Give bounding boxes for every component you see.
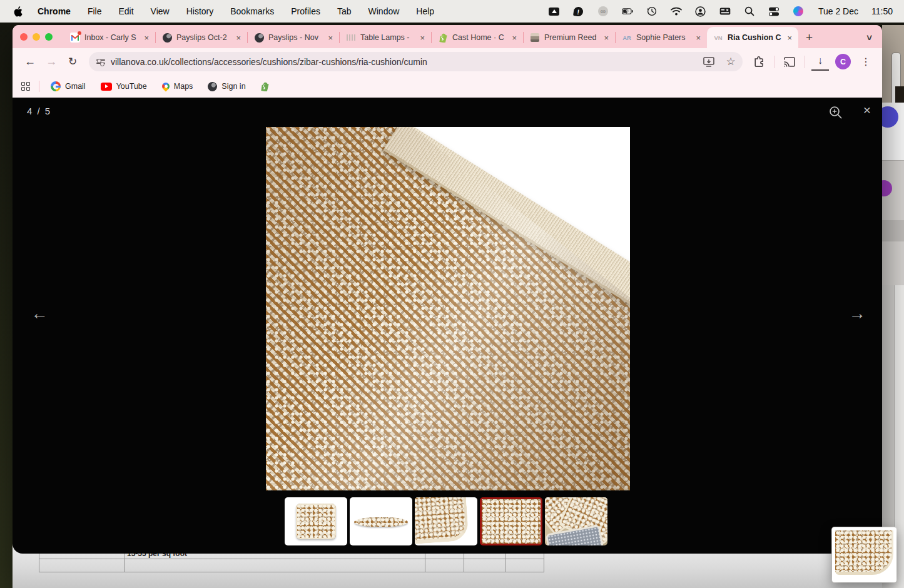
menu-profiles[interactable]: Profiles — [291, 6, 320, 16]
bookmark-maps[interactable]: Maps — [162, 82, 193, 91]
downloads-icon[interactable]: ↓ — [811, 53, 829, 71]
install-app-icon[interactable] — [701, 54, 717, 70]
tab-premium-reed[interactable]: Premium Reed × — [524, 27, 615, 48]
tab-close-icon[interactable]: × — [786, 34, 793, 42]
gmail-favicon-icon — [70, 33, 80, 43]
tab-sophie-paterson[interactable]: AR Sophie Paters × — [616, 27, 707, 48]
tab-close-icon[interactable]: × — [327, 34, 334, 42]
back-button[interactable]: ← — [21, 55, 39, 68]
address-bar[interactable]: villanova.co.uk/collections/accessories/… — [89, 52, 743, 71]
menu-app-name[interactable]: Chrome — [38, 6, 71, 16]
time-machine-icon[interactable] — [646, 6, 658, 17]
tab-title: Premium Reed — [544, 33, 598, 42]
menu-date[interactable]: Tue 2 Dec — [818, 6, 858, 16]
cast-icon[interactable] — [781, 53, 798, 71]
shopify-bag-icon — [261, 82, 269, 91]
menu-history[interactable]: History — [186, 6, 214, 16]
spotlight-icon[interactable] — [744, 6, 755, 17]
tab-table-lamps[interactable]: Table Lamps - × — [340, 27, 431, 48]
image-counter: 4 / 5 — [27, 106, 51, 116]
window-zoom-button[interactable] — [45, 33, 53, 41]
google-g-icon — [51, 81, 61, 91]
bookmark-shopify[interactable] — [261, 82, 269, 91]
wifi-icon[interactable] — [671, 6, 682, 17]
desktop: { "menu_bar": { "app_name": "Chrome", "i… — [0, 0, 904, 588]
main-product-image[interactable] — [266, 127, 630, 490]
window-minimize-button[interactable] — [33, 33, 40, 41]
bookmark-gmail[interactable]: Gmail — [51, 81, 86, 91]
menu-file[interactable]: File — [88, 6, 102, 16]
keyboard-icon[interactable] — [719, 6, 731, 17]
tab-title: Cast Home · C — [452, 33, 506, 42]
alert-icon[interactable]: ! — [573, 6, 584, 17]
menu-view[interactable]: View — [151, 6, 170, 16]
url-text[interactable]: villanova.co.uk/collections/accessories/… — [111, 57, 695, 67]
toolbar: ← → ↻ villanova.co.uk/collections/access… — [13, 48, 882, 75]
tab-close-icon[interactable]: × — [694, 34, 702, 42]
menu-help[interactable]: Help — [416, 6, 434, 16]
close-lightbox-icon[interactable]: × — [859, 103, 875, 118]
apple-menu-icon[interactable] — [14, 6, 23, 17]
tab-close-icon[interactable]: × — [235, 34, 242, 42]
profile-avatar[interactable]: C — [835, 54, 851, 69]
tab-close-icon[interactable]: × — [143, 34, 150, 42]
menu-tab[interactable]: Tab — [337, 6, 352, 16]
thumbnail-cushion-front[interactable] — [285, 497, 347, 545]
thumbnail-cushion-side[interactable] — [350, 497, 412, 545]
tab-title: Table Lamps - — [360, 33, 414, 42]
background-card-seam — [882, 220, 904, 241]
background-photo-fragment — [895, 86, 904, 104]
tab-ria-cushion-active[interactable]: VN Ria Cushion C × — [707, 27, 798, 48]
tab-payslips-oct[interactable]: Payslips Oct-2 × — [156, 27, 247, 48]
menu-status-area: ! ∞ Tue 2 Dec 11:50 — [549, 6, 893, 17]
extensions-puzzle-icon[interactable] — [750, 53, 768, 71]
chrome-menu-kebab-icon[interactable]: ⋮ — [857, 53, 875, 71]
site-settings-icon[interactable] — [96, 59, 105, 64]
vn-monogram-favicon-icon: VN — [713, 33, 723, 43]
chrome-window: Inbox - Carly S × Payslips Oct-2 × Paysl… — [13, 25, 882, 588]
tab-close-icon[interactable]: × — [602, 34, 610, 42]
menu-time[interactable]: 11:50 — [871, 6, 893, 16]
creative-cloud-icon[interactable]: ∞ — [597, 6, 609, 17]
menu-edit[interactable]: Edit — [118, 6, 133, 16]
tab-title: Ria Cushion C — [728, 33, 781, 42]
tab-close-icon[interactable]: × — [510, 34, 518, 42]
bookmark-star-icon[interactable]: ☆ — [723, 54, 739, 70]
bookmark-youtube[interactable]: YouTube — [101, 82, 147, 91]
tab-strip: Inbox - Carly S × Payslips Oct-2 × Paysl… — [13, 25, 882, 48]
next-image-arrow[interactable]: → — [846, 304, 868, 323]
menu-bookmarks[interactable]: Bookmarks — [230, 6, 274, 16]
tab-inbox[interactable]: Inbox - Carly S × — [64, 27, 155, 48]
tab-title: Inbox - Carly S — [84, 33, 138, 42]
tab-close-icon[interactable]: × — [419, 34, 426, 42]
thumbnail-cushion-corner[interactable] — [415, 497, 477, 545]
bookmark-sign-in[interactable]: Sign in — [208, 82, 245, 91]
youtube-icon — [101, 83, 112, 91]
tab-search-chevron-icon[interactable]: ˅ — [866, 33, 872, 43]
thumbnail-fabric-closeup-selected[interactable] — [480, 497, 542, 545]
window-close-button[interactable] — [20, 33, 28, 41]
new-tab-button[interactable]: + — [806, 31, 813, 44]
menu-window[interactable]: Window — [368, 6, 400, 16]
siri-icon[interactable] — [793, 6, 804, 17]
store-logo-favicon-icon — [346, 33, 356, 43]
globe-dark-favicon-icon — [254, 33, 264, 43]
battery-icon[interactable] — [622, 6, 633, 17]
tab-cast-home[interactable]: Cast Home · C × — [432, 27, 523, 48]
toolbar-divider — [805, 56, 805, 68]
user-account-icon[interactable] — [695, 6, 706, 17]
forward-button[interactable]: → — [43, 55, 60, 68]
window-controls — [20, 25, 53, 48]
screenshot-app-icon[interactable] — [549, 6, 560, 17]
pinned-cushion-image — [835, 530, 893, 575]
control-center-icon[interactable] — [768, 6, 780, 17]
apps-grid-icon[interactable] — [21, 82, 30, 91]
previous-image-arrow[interactable]: ← — [29, 304, 50, 323]
thumbnail-cushion-stack[interactable] — [545, 497, 607, 545]
zoom-in-icon[interactable] — [828, 104, 844, 121]
photo-favicon-icon — [530, 33, 540, 43]
tab-title: Payslips Oct-2 — [176, 33, 230, 42]
pinned-product-thumbnail[interactable] — [832, 527, 896, 582]
reload-button[interactable]: ↻ — [64, 55, 81, 68]
tab-payslips-nov[interactable]: Payslips - Nov × — [248, 27, 339, 48]
